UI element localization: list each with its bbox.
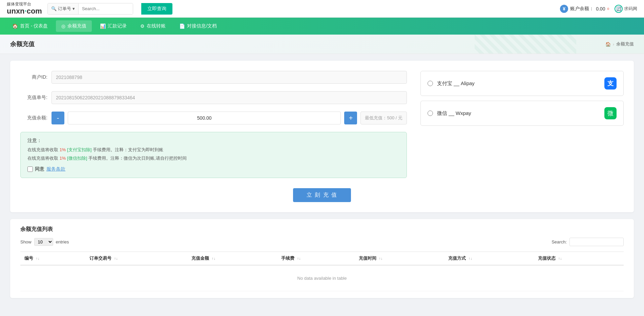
wechat-option[interactable]: 微信 __ Wxpay 微 [420,101,624,126]
notice-box: 注意： 在线充值将收取 1% [支付宝扣除] 手续费用。注释：支付宝为即时到账 … [20,132,407,178]
amount-row: 充值余额: - + 最低充值：500 / 元 [20,112,407,124]
order-no-input [51,91,407,104]
submit-button[interactable]: 立 刻 充 值 [293,188,351,202]
show-label: Show [20,239,32,244]
main-content: 商户ID: 充值单号: 充值余额: - + 最低充值：500 / 元 [0,54,644,305]
chevron-down-icon: ▾ [72,6,75,11]
breadcrumb-area: 余额充值 🏠 › 余额充值 [0,35,644,54]
search-icon: 🔍 [51,6,57,11]
sort-icon-order: ↑↓ [114,256,118,260]
sort-icon-method: ↑↓ [469,256,472,260]
header-right: ¥ 账户余额： 0.00 o 🔄 求码网 [560,5,637,13]
agree-label: 同意 [35,166,44,172]
order-no-label: 充值单号: [20,95,47,101]
table-body: No data available in table [20,265,624,291]
agree-checkbox[interactable] [27,166,33,172]
yuan-icon: ¥ [560,5,568,13]
recharge-icon: ◎ [61,23,65,29]
notice-title: 注意： [27,138,400,144]
notice-method-1: [支付宝扣除] [67,147,91,152]
alipay-radio[interactable] [428,81,433,86]
form-left: 商户ID: 充值单号: 充值余额: - + 最低充值：500 / 元 [20,71,407,185]
balance-label: 账户余额： [570,6,594,12]
sort-icon-id: ↑↓ [36,256,40,260]
col-status[interactable]: 充值状态 ↑↓ [534,252,624,265]
min-amount-hint: 最低充值：500 / 元 [360,112,407,124]
breadcrumb-current: 余额充值 [616,41,634,47]
nav-label-docs: 对接信息/文档 [187,23,217,29]
merchant-id-row: 商户ID: [20,71,407,84]
payment-options: 支付宝 __ Alipay 支 微信 __ Wxpay 微 [420,71,624,185]
notice-rate-1: 1% [60,147,66,152]
sort-icon-amount: ↑↓ [212,256,215,260]
form-section: 商户ID: 充值单号: 充值余额: - + 最低充值：500 / 元 [20,71,624,185]
logo-top-text: 媒体变现平台 [7,2,42,6]
breadcrumb: 🏠 › 余额充值 [605,41,634,47]
sort-icon-fee: ↑↓ [297,256,301,260]
nav-item-docs[interactable]: 📄 对接信息/文档 [174,20,222,32]
submit-row: 立 刻 充 值 [20,188,624,202]
nav-item-home[interactable]: 🏠 首页 - 仪表盘 [7,20,53,32]
col-order-no[interactable]: 订单交易号 ↑↓ [85,252,187,265]
col-id[interactable]: 编号 ↑↓ [20,252,85,265]
logo-brand-text: unxn·com [7,7,42,16]
merchant-id-label: 商户ID: [20,74,47,80]
sort-icon-time: ↑↓ [379,256,382,260]
search-button[interactable]: 立即查询 [141,3,172,15]
wechat-radio[interactable] [428,111,433,116]
alipay-label: 支付宝 __ Alipay [437,80,475,87]
col-time[interactable]: 充值时间 ↑↓ [355,252,444,265]
help-icon: 🔄 [615,5,623,13]
wechat-left: 微信 __ Wxpay [428,110,471,117]
nav-item-transactions[interactable]: 📊 汇款记录 [95,20,132,32]
logo: 媒体变现平台 unxn·com [7,2,42,16]
notice-rate-2: 1% [60,156,66,161]
amount-plus-button[interactable]: + [344,112,357,124]
search-bar: 🔍 订单号 ▾ [47,3,133,15]
nav-item-recharge[interactable]: ◎ 余额充值 [56,20,92,32]
page-title: 余额充值 [10,40,35,48]
search-input[interactable] [79,3,133,14]
main-nav: 🏠 首页 - 仪表盘 ◎ 余额充值 📊 汇款记录 ⚙ 在线转账 📄 对接信息/文… [0,18,644,35]
nav-item-transfer[interactable]: ⚙ 在线转账 [135,20,171,32]
sort-icon-status: ↑↓ [558,256,562,260]
nav-label-transactions: 汇款记录 [108,23,127,29]
balance-value: 0.00 [596,6,605,12]
table-title: 余额充值列表 [20,226,624,233]
alipay-option[interactable]: 支付宝 __ Alipay 支 [420,71,624,96]
breadcrumb-home-icon[interactable]: 🏠 [605,42,611,47]
table-search: Search: [552,238,624,246]
amount-input[interactable] [68,112,341,124]
entries-select[interactable]: 10 25 50 100 [34,238,53,246]
show-entries: Show 10 25 50 100 entries [20,238,69,246]
col-amount[interactable]: 充值金额 ↑↓ [187,252,277,265]
breadcrumb-separator: › [613,42,614,47]
amount-controls: - + 最低充值：500 / 元 [51,112,407,124]
wechat-label: 微信 __ Wxpay [437,110,471,117]
amount-label: 充值余额: [20,115,47,121]
table-head: 编号 ↑↓ 订单交易号 ↑↓ 充值金额 ↑↓ 手续费 ↑↓ 充值时间 ↑↓ 充值… [20,252,624,265]
nav-label-home: 首页 - 仪表盘 [20,23,48,29]
no-data-cell: No data available in table [20,265,624,291]
help-link[interactable]: 🔄 求码网 [615,5,637,13]
order-no-row: 充值单号: [20,91,407,104]
transfer-icon: ⚙ [140,23,145,29]
service-terms-link[interactable]: 服务条款 [46,166,65,172]
table-search-input[interactable] [569,238,624,246]
alipay-icon: 支 [604,77,617,90]
col-method[interactable]: 充值方式 ↑↓ [444,252,534,265]
help-text: 求码网 [624,6,637,12]
chart-icon: 📊 [100,23,106,29]
balance-badge: ¥ 账户余额： 0.00 o [560,5,609,13]
agree-row: 同意 服务条款 [27,166,400,172]
merchant-id-input [51,71,407,84]
recharge-table: 编号 ↑↓ 订单交易号 ↑↓ 充值金额 ↑↓ 手续费 ↑↓ 充值时间 ↑↓ 充值… [20,252,624,291]
entries-label: entries [56,239,69,244]
nav-label-transfer: 在线转账 [147,23,166,29]
table-search-label: Search: [552,239,567,244]
recharge-card: 商户ID: 充值单号: 充值余额: - + 最低充值：500 / 元 [10,61,634,212]
notice-method-2: [微信扣除] [67,156,87,161]
amount-minus-button[interactable]: - [51,112,64,124]
search-type-selector[interactable]: 🔍 订单号 ▾ [48,3,79,14]
col-fee[interactable]: 手续费 ↑↓ [277,252,354,265]
